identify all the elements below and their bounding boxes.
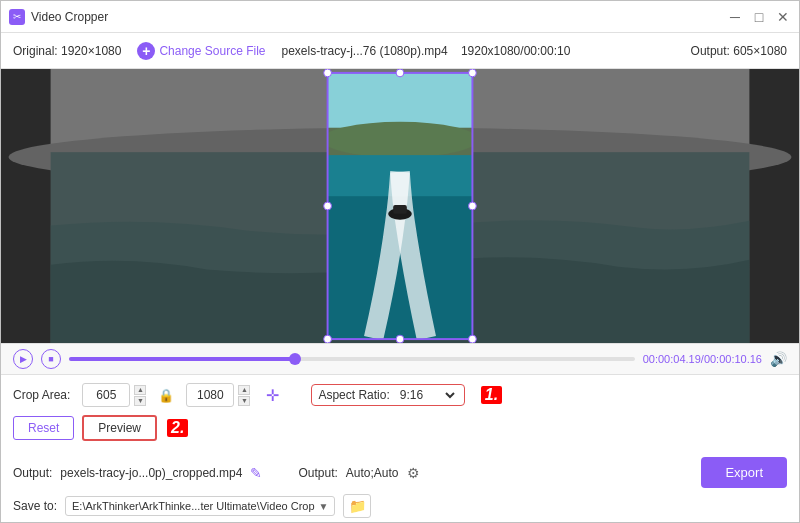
svg-point-7 bbox=[322, 122, 479, 157]
settings-icon[interactable]: ⚙ bbox=[407, 465, 420, 481]
window-controls: ─ □ ✕ bbox=[727, 9, 791, 25]
action-buttons-row: Reset Preview 2. bbox=[13, 415, 787, 441]
output-resolution: Output: 605×1080 bbox=[691, 44, 787, 58]
crop-width-group: ▲ ▼ bbox=[82, 383, 146, 407]
browse-folder-button[interactable]: 📁 bbox=[343, 494, 371, 518]
timeline-fill bbox=[69, 357, 295, 361]
svg-rect-11 bbox=[393, 205, 407, 214]
volume-icon[interactable]: 🔊 bbox=[770, 351, 787, 367]
timeline-track[interactable] bbox=[69, 357, 635, 361]
svg-point-17 bbox=[469, 202, 477, 210]
aspect-ratio-group: Aspect Ratio: Free 4:3 16:9 9:16 1:1 Cus… bbox=[311, 384, 464, 406]
app-icon: ✂ bbox=[9, 9, 25, 25]
lock-icon: 🔒 bbox=[158, 388, 174, 403]
svg-point-15 bbox=[469, 69, 477, 77]
crop-width-spinner: ▲ ▼ bbox=[134, 385, 146, 406]
topbar: Original: 1920×1080 + Change Source File… bbox=[1, 33, 799, 69]
play-button[interactable]: ▶ bbox=[13, 349, 33, 369]
app-window: ✂ Video Cropper ─ □ ✕ Original: 1920×108… bbox=[0, 0, 800, 523]
change-source-button[interactable]: + Change Source File bbox=[137, 42, 265, 60]
change-source-label: Change Source File bbox=[159, 44, 265, 58]
svg-point-20 bbox=[469, 335, 477, 343]
crop-height-input[interactable] bbox=[186, 383, 234, 407]
saveto-row: Save to: E:\ArkThinker\ArkThinke...ter U… bbox=[13, 494, 787, 518]
dropdown-icon[interactable]: ▼ bbox=[319, 501, 329, 512]
timeline-thumb[interactable] bbox=[289, 353, 301, 365]
playback-bar: ▶ ■ 00:00:04.19/00:00:10.16 🔊 bbox=[1, 343, 799, 375]
svg-point-14 bbox=[396, 69, 404, 77]
titlebar: ✂ Video Cropper ─ □ ✕ bbox=[1, 1, 799, 33]
move-icon[interactable]: ✛ bbox=[266, 386, 279, 405]
crop-width-down[interactable]: ▼ bbox=[134, 396, 146, 406]
crop-width-input[interactable] bbox=[82, 383, 130, 407]
output-label2: Output: bbox=[298, 466, 337, 480]
badge-2: 2. bbox=[167, 419, 188, 437]
svg-point-19 bbox=[396, 335, 404, 343]
saveto-path-text: E:\ArkThinker\ArkThinke...ter Ultimate\V… bbox=[72, 500, 315, 512]
crop-height-down[interactable]: ▼ bbox=[238, 396, 250, 406]
source-filename: pexels-tracy-j...76 (1080p).mp4 1920x108… bbox=[281, 44, 674, 58]
crop-width-up[interactable]: ▲ bbox=[134, 385, 146, 395]
controls-area: Crop Area: ▲ ▼ 🔒 ▲ ▼ ✛ Aspect Ratio: bbox=[1, 375, 799, 457]
app-title: Video Cropper bbox=[31, 10, 727, 24]
aspect-ratio-label: Aspect Ratio: bbox=[318, 388, 389, 402]
svg-point-18 bbox=[324, 335, 332, 343]
crop-height-spinner: ▲ ▼ bbox=[238, 385, 250, 406]
svg-point-16 bbox=[324, 202, 332, 210]
original-resolution: Original: 1920×1080 bbox=[13, 44, 121, 58]
saveto-path-display: E:\ArkThinker\ArkThinke...ter Ultimate\V… bbox=[65, 496, 335, 516]
output-area: Output: pexels-tracy-jo...0p)_cropped.mp… bbox=[1, 457, 799, 522]
output-row: Output: pexels-tracy-jo...0p)_cropped.mp… bbox=[13, 457, 787, 488]
crop-height-group: ▲ ▼ bbox=[186, 383, 250, 407]
close-button[interactable]: ✕ bbox=[775, 9, 791, 25]
edit-filename-icon[interactable]: ✎ bbox=[250, 465, 262, 481]
output-filename: pexels-tracy-jo...0p)_cropped.mp4 bbox=[60, 466, 242, 480]
aspect-ratio-select[interactable]: Free 4:3 16:9 9:16 1:1 Custom bbox=[396, 387, 458, 403]
plus-icon: + bbox=[137, 42, 155, 60]
maximize-button[interactable]: □ bbox=[751, 9, 767, 25]
playback-time: 00:00:04.19/00:00:10.16 bbox=[643, 353, 762, 365]
crop-height-up[interactable]: ▲ bbox=[238, 385, 250, 395]
video-canvas bbox=[1, 69, 799, 343]
preview-button[interactable]: Preview bbox=[82, 415, 157, 441]
minimize-button[interactable]: ─ bbox=[727, 9, 743, 25]
export-button[interactable]: Export bbox=[701, 457, 787, 488]
output-label: Output: bbox=[13, 466, 52, 480]
reset-button[interactable]: Reset bbox=[13, 416, 74, 440]
badge-1: 1. bbox=[481, 386, 502, 404]
svg-point-13 bbox=[324, 69, 332, 77]
saveto-label: Save to: bbox=[13, 499, 57, 513]
crop-controls-row: Crop Area: ▲ ▼ 🔒 ▲ ▼ ✛ Aspect Ratio: bbox=[13, 383, 787, 407]
output-settings: Auto;Auto bbox=[346, 466, 399, 480]
stop-button[interactable]: ■ bbox=[41, 349, 61, 369]
crop-area-label: Crop Area: bbox=[13, 388, 70, 402]
video-preview-area bbox=[1, 69, 799, 343]
